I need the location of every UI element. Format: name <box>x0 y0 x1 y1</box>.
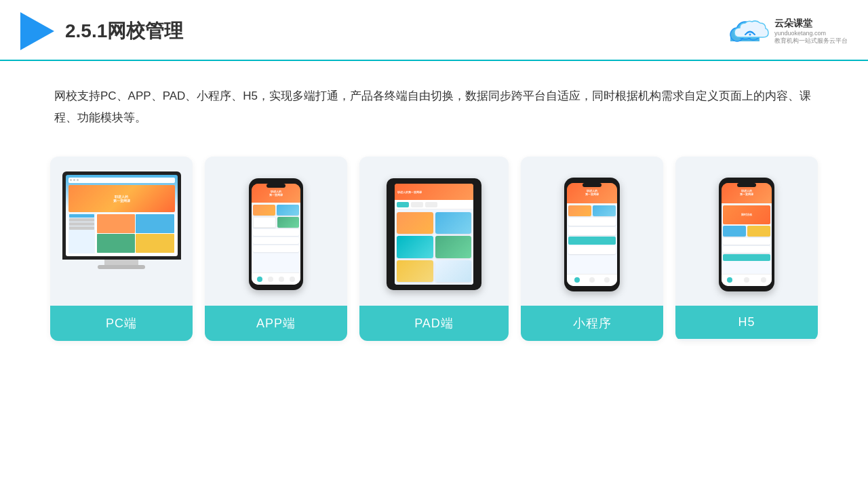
card-pad-label: PAD端 <box>359 306 509 341</box>
header: 2.5.1网校管理 <box>0 0 868 61</box>
description-text: 网校支持PC、APP、PAD、小程序、H5，实现多端打通，产品各终端自由切换，数… <box>0 61 868 143</box>
card-miniapp-image: 职进人的第一堂网课 <box>521 157 663 306</box>
phone-mockup-miniapp: 职进人的第一堂网课 <box>564 178 620 291</box>
cards-container: 职进人的第一堂网课 <box>0 143 868 361</box>
brand-text: 云朵课堂 yunduoketang.com 教育机构一站 式服务云平台 <box>774 18 848 45</box>
card-pad: 职进人的第一堂网课 <box>359 157 509 341</box>
header-left: 2.5.1网校管理 <box>20 12 183 50</box>
card-pad-image: 职进人的第一堂网课 <box>359 157 509 306</box>
card-pc-image: 职进人的第一堂网课 <box>50 157 193 306</box>
brand-tagline2: 式服务云平台 <box>811 37 848 45</box>
card-h5-label: H5 <box>675 306 818 339</box>
brand-name: 云朵课堂 <box>774 18 812 30</box>
phone-mockup-app: 职进人的第一堂网课 <box>249 178 303 290</box>
brand-url: yunduoketang.com <box>774 30 826 37</box>
card-miniapp: 职进人的第一堂网课 <box>521 157 663 341</box>
card-h5: 职进人的第一堂网课 限时活动 <box>675 157 818 341</box>
card-app: 职进人的第一堂网课 <box>205 157 347 341</box>
card-pc-label: PC端 <box>50 306 193 341</box>
phone-mockup-h5: 职进人的第一堂网课 限时活动 <box>719 178 774 291</box>
card-h5-image: 职进人的第一堂网课 限时活动 <box>675 157 818 306</box>
pc-mockup: 职进人的第一堂网课 <box>62 171 181 297</box>
card-app-label: APP端 <box>205 306 347 341</box>
svg-point-8 <box>749 34 751 36</box>
page-title: 2.5.1网校管理 <box>65 18 183 44</box>
brand-tagline1: 教育机构一站 <box>774 37 811 45</box>
card-app-image: 职进人的第一堂网课 <box>205 157 347 306</box>
card-pc: 职进人的第一堂网课 <box>50 157 193 341</box>
brand-taglines: 教育机构一站 式服务云平台 <box>774 37 848 45</box>
card-miniapp-label: 小程序 <box>521 306 663 341</box>
pad-mockup: 职进人的第一堂网课 <box>387 178 481 290</box>
logo-triangle-icon <box>20 12 54 50</box>
brand-cloud-icon <box>732 18 769 44</box>
page-title-number: 2.5.1 <box>65 20 107 41</box>
brand-logo-area: 云朵课堂 yunduoketang.com 教育机构一站 式服务云平台 <box>726 18 848 45</box>
